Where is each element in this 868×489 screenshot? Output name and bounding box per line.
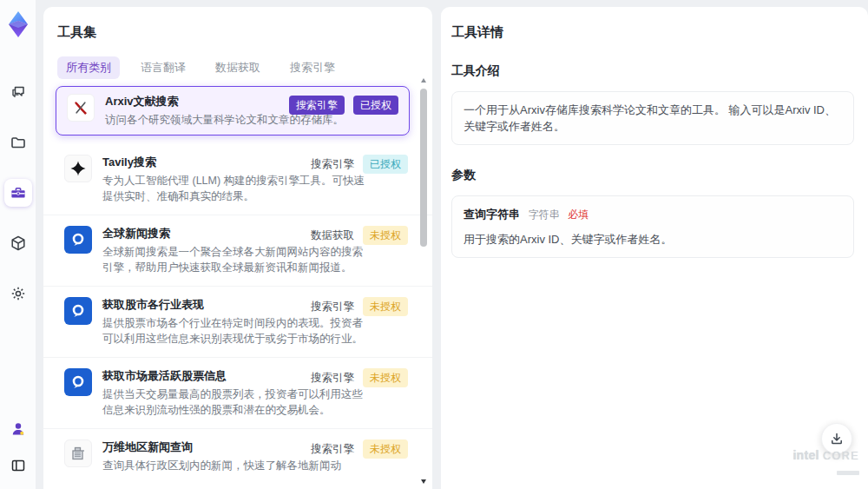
folder-icon [10,134,27,151]
arxiv-icon [67,94,95,122]
tool-tags: 搜索引擎 未授权 [311,439,408,459]
tool-description: 提供股票市场各个行业在特定时间段内的表现。投资者可以利用这些信息来识别表现优于或… [102,315,370,347]
category-label: 搜索引擎 [311,442,354,457]
param-header: 查询字符串 字符串 必填 [464,206,842,223]
tool-description: 全球新闻搜索是一个聚合全球各大新闻网站内容的搜索引擎，帮助用户快速获取全球最新资… [102,244,370,275]
category-tabs: 所有类别 语言翻译 数据获取 搜索引擎 [57,56,432,79]
packages-nav-button[interactable] [4,229,32,257]
download-icon [830,432,844,446]
category-label: 数据获取 [311,228,354,243]
tool-tags: 搜索引擎 未授权 [311,297,408,316]
brand-intel: intel [792,448,819,462]
stock-sector-icon [64,297,92,325]
category-badge: 搜索引擎 [289,96,345,115]
tool-detail-panel: 工具详情 工具介绍 一个用于从Arxiv存储库搜索科学论文和文章的工具。 输入可… [441,7,868,489]
tool-tags: 数据获取 未授权 [311,226,408,245]
user-avatar-icon [10,420,27,438]
category-label: 搜索引擎 [311,371,354,386]
tool-list: Arxiv文献搜索 访问各个研究领域大量科学论文和文章的存储库。 搜索引擎 已授… [43,86,432,484]
app-logo-icon [6,10,30,38]
chat-nav-button[interactable] [4,78,32,106]
tool-row-arxiv[interactable]: Arxiv文献搜索 访问各个研究领域大量科学论文和文章的存储库。 搜索引擎 已授… [56,86,410,135]
status-badge-unauthorized: 未授权 [363,226,408,245]
settings-nav-button[interactable] [4,280,32,307]
status-badge-unauthorized: 未授权 [363,297,408,316]
tool-tags: 搜索引擎 未授权 [311,368,408,387]
page-title: 工具集 [57,24,432,41]
sidebar [0,0,36,489]
tool-row-active-stocks[interactable]: 获取市场最活跃股票信息 提供当天交易量最高的股票列表，投资者可以利用这些信息来识… [43,358,432,429]
gear-icon [10,285,27,302]
tool-row-stock-sector[interactable]: 获取股市各行业表现 提供股票市场各个行业在特定时间段内的表现。投资者可以利用这些… [43,287,432,358]
params-heading: 参数 [451,168,854,183]
tool-row-global-news[interactable]: 全球新闻搜索 全球新闻搜索是一个聚合全球各大新闻网站内容的搜索引擎，帮助用户快速… [43,215,432,287]
tool-tags: 搜索引擎 已授权 [311,155,408,174]
toolbox-icon [10,184,27,202]
toolset-panel: 工具集 所有类别 语言翻译 数据获取 搜索引擎 Arxiv文献搜索 访问各个研究… [43,7,432,489]
param-type: 字符串 [529,208,560,221]
param-description: 用于搜索的Arxiv ID、关键字或作者姓名。 [464,231,842,248]
tool-description: 专为人工智能代理 (LLM) 构建的搜索引擎工具。可快速提供实时、准确和真实的结… [102,173,370,204]
category-label: 搜索引擎 [311,157,354,172]
collapse-sidebar-button[interactable] [4,454,32,477]
account-button[interactable] [4,418,32,440]
scrollbar-thumb[interactable] [420,89,427,247]
chat-icon [10,83,27,101]
intro-box: 一个用于从Arxiv存储库搜索科学论文和文章的工具。 输入可以是Arxiv ID… [451,91,854,145]
tab-data-fetching[interactable]: 数据获取 [207,56,269,79]
scrollbar-down-arrow-icon[interactable] [421,479,426,484]
category-label: 搜索引擎 [311,300,354,314]
param-required-label: 必填 [568,208,589,221]
list-scrollbar[interactable] [420,78,428,484]
tab-all-categories[interactable]: 所有类别 [57,56,120,79]
brand-core: CORE [823,450,859,462]
tab-search-engine[interactable]: 搜索引擎 [281,56,344,79]
tool-row-tavily[interactable]: Tavily搜索 专为人工智能代理 (LLM) 构建的搜索引擎工具。可快速提供实… [43,144,432,215]
detail-title: 工具详情 [451,24,854,41]
tool-description: 提供当天交易量最高的股票列表，投资者可以利用这些信息来识别流动性强的股票和潜在的… [102,387,370,418]
regional-news-icon [64,439,92,467]
status-badge-authorized: 已授权 [353,96,398,115]
toolbox-nav-button[interactable] [4,179,32,207]
status-badge-unauthorized: 未授权 [363,439,408,459]
status-badge-authorized: 已授权 [363,155,408,174]
files-nav-button[interactable] [4,129,32,156]
scrollbar-up-arrow-icon[interactable] [421,78,426,83]
tavily-star-icon [64,155,92,182]
sidebar-bottom [0,418,36,477]
active-stocks-icon [64,368,92,396]
tab-language-translation[interactable]: 语言翻译 [132,56,194,79]
intro-heading: 工具介绍 [451,63,854,79]
tool-description: 查询具体行政区划内的新闻，快速了解各地新闻动 [102,458,370,473]
cube-icon [10,235,27,252]
brand-ultra-bar [837,471,859,475]
status-badge-unauthorized: 未授权 [363,368,408,387]
tool-row-regional-news[interactable]: 万维地区新闻查询 查询具体行政区划内的新闻，快速了解各地新闻动 搜索引擎 未授权 [43,429,432,484]
intel-core-logo: intel CORE [792,447,859,479]
global-news-icon [64,226,92,254]
tool-tags: 搜索引擎 已授权 [289,96,398,115]
param-name: 查询字符串 [464,208,520,221]
sidebar-nav [4,78,32,307]
param-box: 查询字符串 字符串 必填 用于搜索的Arxiv ID、关键字或作者姓名。 [451,195,854,258]
collapse-panel-icon [10,458,26,473]
